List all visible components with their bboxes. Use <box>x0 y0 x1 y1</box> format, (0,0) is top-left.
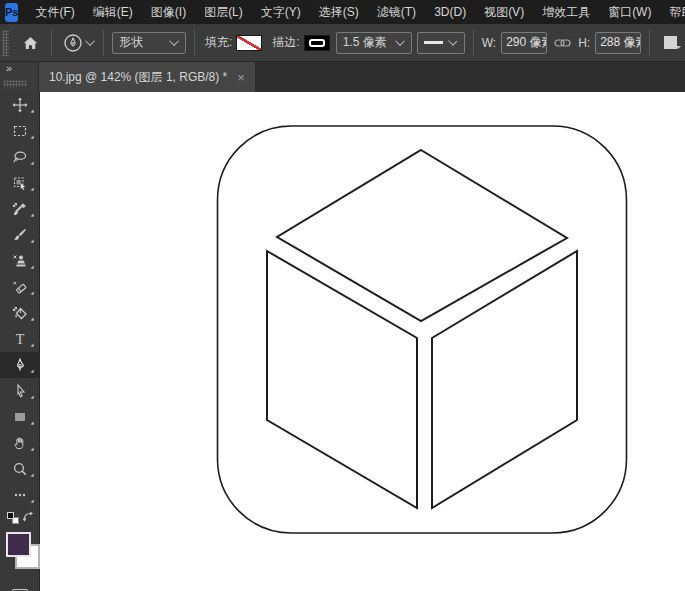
tool-rectangular-marquee[interactable] <box>0 118 40 144</box>
tool-eraser[interactable] <box>0 274 40 300</box>
tool-paint-bucket[interactable] <box>0 300 40 326</box>
marquee-icon <box>12 123 28 139</box>
options-bar: 形状 填充: 描边: 1.5 像素 W: 290 像素 H: 288 像素 <box>0 24 685 62</box>
default-colors-icon[interactable] <box>7 512 14 519</box>
tool-brush[interactable] <box>0 222 40 248</box>
menu-plugins[interactable]: 增效工具 <box>533 0 599 24</box>
rectangle-icon <box>12 409 28 425</box>
fill-color-swatch[interactable] <box>236 35 262 51</box>
tools-panel: T <box>0 92 40 591</box>
photoshop-logo: Ps <box>5 3 18 22</box>
separator <box>473 30 474 56</box>
tab-bar: » 10.jpg @ 142% (图层 1, RGB/8) * × <box>0 62 685 92</box>
stroke-color-swatch[interactable] <box>304 35 330 51</box>
width-value: 290 像素 <box>506 34 547 51</box>
menu-type[interactable]: 文字(Y) <box>252 0 310 24</box>
eraser-icon <box>12 279 28 295</box>
ellipsis-icon <box>12 487 28 503</box>
paint-bucket-icon <box>12 305 28 321</box>
menu-bar: Ps 文件(F) 编辑(E) 图像(I) 图层(L) 文字(Y) 选择(S) 滤… <box>0 0 685 24</box>
chevron-down-icon <box>448 36 457 45</box>
options-bar-grip[interactable] <box>2 30 9 56</box>
fill-label: 填充: <box>205 34 232 51</box>
menu-edit[interactable]: 编辑(E) <box>84 0 142 24</box>
lasso-icon <box>12 149 28 165</box>
document-tab-title: 10.jpg @ 142% (图层 1, RGB/8) * <box>49 69 227 86</box>
chevron-down-icon <box>395 36 405 46</box>
menu-3d[interactable]: 3D(D) <box>425 0 475 24</box>
menu-image[interactable]: 图像(I) <box>142 0 195 24</box>
object-selection-icon <box>12 175 28 191</box>
width-input[interactable]: 290 像素 <box>501 32 547 54</box>
panel-grip[interactable] <box>3 80 27 87</box>
tools-panel-header[interactable]: » <box>0 62 39 92</box>
tool-direct-selection[interactable] <box>0 378 40 404</box>
tool-zoom[interactable] <box>0 456 40 482</box>
tool-pen[interactable] <box>0 352 40 378</box>
home-button[interactable] <box>17 30 43 56</box>
stroke-style-select[interactable] <box>417 32 465 54</box>
hand-icon <box>12 435 28 451</box>
chevron-down-icon <box>169 36 179 46</box>
stroke-width-select[interactable]: 1.5 像素 <box>336 32 412 54</box>
height-input[interactable]: 288 像素 <box>595 32 641 54</box>
direct-selection-icon <box>12 383 28 399</box>
zoom-icon <box>12 461 28 477</box>
menu-select[interactable]: 选择(S) <box>310 0 368 24</box>
link-dimensions-icon[interactable] <box>554 37 571 49</box>
tool-mode-select[interactable]: 形状 <box>112 32 186 54</box>
tool-rectangle-shape[interactable] <box>0 404 40 430</box>
height-value: 288 像素 <box>600 34 641 51</box>
clone-stamp-icon <box>12 253 28 269</box>
chevron-down-icon[interactable] <box>85 36 95 46</box>
color-wells <box>0 530 40 576</box>
cube-icon-artwork <box>40 92 685 591</box>
tool-type[interactable]: T <box>0 326 40 352</box>
eyedropper-icon <box>12 201 28 217</box>
tool-lasso[interactable] <box>0 144 40 170</box>
quick-mask-icon <box>11 587 29 591</box>
quick-mask-button[interactable] <box>0 582 40 591</box>
separator <box>51 30 52 56</box>
path-operations-button[interactable] <box>664 36 677 49</box>
separator <box>194 30 195 56</box>
stroke-width-value: 1.5 像素 <box>343 34 387 51</box>
menu-help[interactable]: 帮助(H) <box>660 0 685 24</box>
tool-object-selection[interactable] <box>0 170 40 196</box>
tool-move[interactable] <box>0 92 40 118</box>
document-tab[interactable]: 10.jpg @ 142% (图层 1, RGB/8) * × <box>39 62 255 92</box>
tool-hand[interactable] <box>0 430 40 456</box>
menu-window[interactable]: 窗口(W) <box>599 0 660 24</box>
svg-text:T: T <box>16 332 25 347</box>
tool-clone-stamp[interactable] <box>0 248 40 274</box>
foreground-color-swatch[interactable] <box>6 532 31 557</box>
close-tab-icon[interactable]: × <box>237 70 245 85</box>
swap-colors-icon[interactable] <box>21 510 35 524</box>
separator <box>103 30 104 56</box>
height-label: H: <box>578 36 590 50</box>
collapse-panel-icon[interactable]: » <box>6 62 11 74</box>
menu-filter[interactable]: 滤镜(T) <box>368 0 425 24</box>
tool-eyedropper[interactable] <box>0 196 40 222</box>
solid-line-icon <box>424 41 444 44</box>
document-canvas[interactable] <box>40 92 685 591</box>
tool-preset-picker[interactable] <box>60 30 86 56</box>
pen-icon <box>12 357 28 373</box>
home-icon <box>22 35 39 51</box>
tool-more-tools[interactable] <box>0 482 40 508</box>
brush-icon <box>12 227 28 243</box>
pen-preset-icon <box>63 33 83 53</box>
menu-layer[interactable]: 图层(L) <box>195 0 252 24</box>
stroke-label: 描边: <box>272 34 299 51</box>
type-icon: T <box>12 331 28 347</box>
move-icon <box>12 97 28 113</box>
menu-file[interactable]: 文件(F) <box>26 0 83 24</box>
width-label: W: <box>482 36 496 50</box>
default-and-swap-colors <box>0 508 40 530</box>
separator <box>649 30 650 56</box>
stroke-swatch-inner <box>309 39 325 47</box>
tool-mode-value: 形状 <box>119 34 143 51</box>
menu-view[interactable]: 视图(V) <box>475 0 533 24</box>
